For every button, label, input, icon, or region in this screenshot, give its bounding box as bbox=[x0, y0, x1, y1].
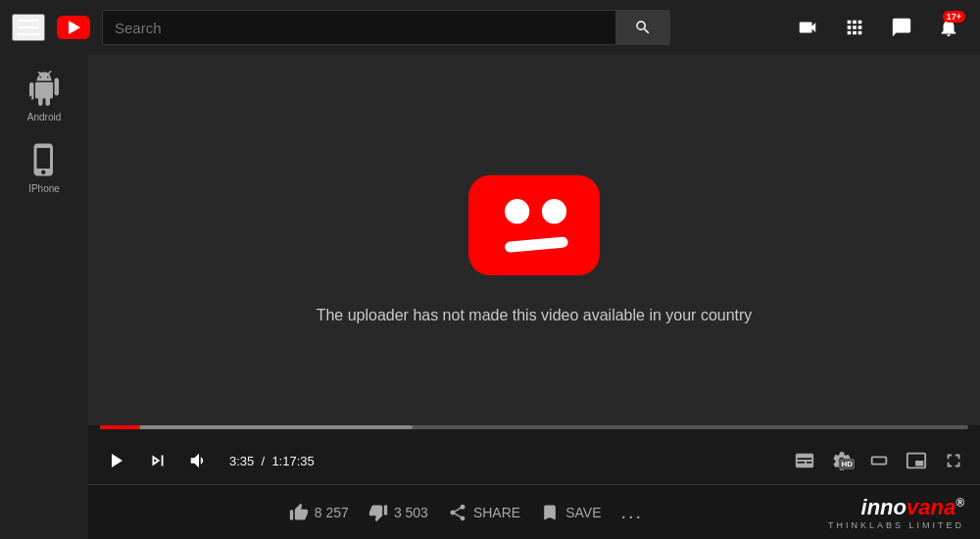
settings-button[interactable]: HD bbox=[827, 446, 857, 475]
innovana-name: innovana® bbox=[861, 495, 964, 520]
share-label: SHARE bbox=[473, 505, 520, 520]
more-dots: ... bbox=[620, 501, 643, 523]
error-message: The uploader has not made this video ava… bbox=[317, 307, 753, 324]
svg-point-2 bbox=[542, 199, 566, 223]
volume-button[interactable] bbox=[184, 446, 214, 475]
next-button[interactable] bbox=[143, 446, 172, 475]
next-icon bbox=[147, 450, 169, 471]
volume-icon bbox=[188, 450, 210, 471]
search-bar bbox=[102, 10, 670, 45]
youtube-icon bbox=[57, 16, 90, 39]
time-display: 3:35 / 1:17:35 bbox=[229, 454, 315, 468]
progress-filled bbox=[100, 425, 140, 429]
main-content: Android IPhone bbox=[0, 55, 980, 539]
miniplayer-button[interactable] bbox=[902, 446, 931, 475]
svg-rect-0 bbox=[468, 175, 600, 275]
total-time: 1:17:35 bbox=[271, 454, 314, 468]
share-button[interactable]: SHARE bbox=[448, 503, 520, 522]
more-button[interactable]: ... bbox=[620, 501, 643, 523]
iphone-label: IPhone bbox=[28, 183, 60, 194]
sidebar-item-android[interactable]: Android bbox=[26, 71, 62, 122]
like-count: 8 257 bbox=[315, 505, 349, 520]
innovana-subtext: Thinklabs Limited bbox=[828, 520, 964, 530]
save-label: SAVE bbox=[565, 505, 601, 520]
innovana-logo: innovana® Thinklabs Limited bbox=[828, 495, 964, 530]
search-button[interactable] bbox=[615, 10, 670, 45]
svg-point-1 bbox=[505, 199, 529, 223]
sidebar-item-iphone[interactable]: IPhone bbox=[26, 142, 62, 194]
youtube-logo[interactable] bbox=[57, 16, 90, 39]
subtitles-icon bbox=[794, 450, 815, 471]
error-display: The uploader has not made this video ava… bbox=[317, 156, 753, 324]
messages-button[interactable] bbox=[882, 8, 921, 47]
play-button[interactable] bbox=[100, 445, 131, 476]
sidebar: Android IPhone bbox=[0, 55, 88, 539]
innovana-text: innovana® bbox=[861, 495, 964, 520]
right-controls: HD bbox=[790, 446, 968, 475]
error-face-icon bbox=[456, 156, 612, 283]
search-icon bbox=[634, 19, 652, 36]
video-controls: 3:35 / 1:17:35 bbox=[88, 425, 980, 484]
miniplayer-icon bbox=[906, 450, 927, 471]
dislike-button[interactable]: 3 503 bbox=[368, 503, 428, 522]
messages-icon bbox=[891, 17, 912, 38]
android-icon bbox=[26, 71, 62, 106]
create-icon bbox=[797, 17, 818, 38]
notification-count: 17+ bbox=[943, 11, 965, 23]
apps-button[interactable] bbox=[835, 8, 874, 47]
search-input[interactable] bbox=[102, 10, 615, 45]
buffered-bar bbox=[100, 425, 413, 429]
android-label: Android bbox=[27, 112, 61, 122]
play-icon bbox=[104, 449, 127, 472]
subtitles-button[interactable] bbox=[790, 446, 819, 475]
theater-icon bbox=[868, 450, 890, 471]
save-icon bbox=[540, 503, 560, 522]
current-time: 3:35 bbox=[229, 454, 254, 468]
notifications-button[interactable]: 17+ bbox=[929, 8, 968, 47]
header: 17+ bbox=[0, 0, 980, 55]
header-icons: 17+ bbox=[788, 8, 968, 47]
bottom-bar: 8 257 3 503 SHARE bbox=[88, 484, 980, 539]
save-button[interactable]: SAVE bbox=[540, 503, 601, 522]
like-icon bbox=[289, 503, 309, 522]
create-video-button[interactable] bbox=[788, 8, 827, 47]
fullscreen-icon bbox=[943, 450, 964, 471]
theater-button[interactable] bbox=[864, 446, 894, 475]
controls-row: 3:35 / 1:17:35 bbox=[100, 437, 968, 484]
iphone-icon bbox=[26, 142, 62, 177]
bottom-actions: 8 257 3 503 SHARE bbox=[104, 501, 828, 523]
fullscreen-button[interactable] bbox=[939, 446, 968, 475]
progress-bar[interactable] bbox=[100, 425, 968, 429]
video-player[interactable]: The uploader has not made this video ava… bbox=[88, 55, 980, 425]
hd-badge: HD bbox=[839, 459, 855, 469]
menu-button[interactable] bbox=[12, 14, 45, 41]
apps-icon bbox=[844, 17, 865, 38]
dislike-icon bbox=[368, 503, 388, 522]
share-icon bbox=[448, 503, 467, 522]
like-button[interactable]: 8 257 bbox=[289, 503, 349, 522]
dislike-count: 3 503 bbox=[394, 505, 428, 520]
video-container: The uploader has not made this video ava… bbox=[88, 55, 980, 539]
